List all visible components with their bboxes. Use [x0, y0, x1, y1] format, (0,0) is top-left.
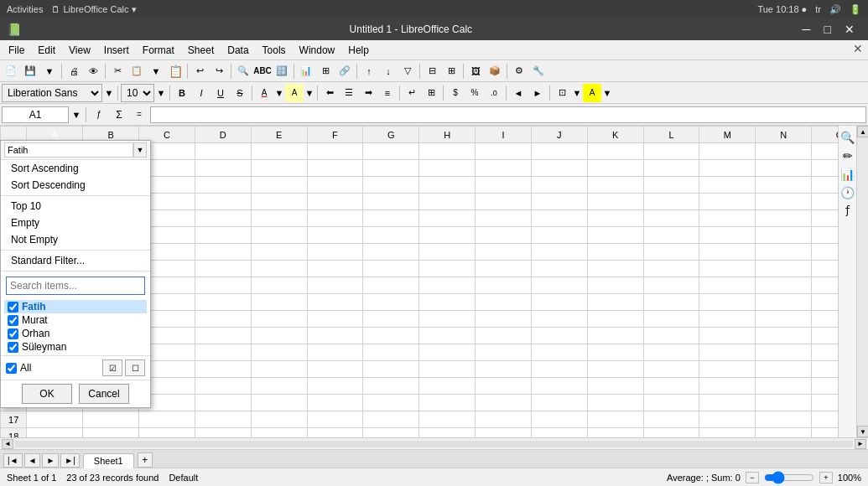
cell-L16[interactable] [643, 395, 699, 411]
side-clock-icon[interactable]: 🕐 [839, 184, 856, 201]
cell-D6[interactable] [195, 227, 251, 244]
indent-dec-btn[interactable]: ◄ [509, 84, 528, 102]
cell-J5[interactable] [531, 210, 587, 227]
add-sheet-btn[interactable]: + [138, 452, 153, 468]
strikethrough-btn[interactable]: S [231, 84, 249, 102]
cell-E16[interactable] [251, 395, 307, 411]
cell-D3[interactable] [195, 177, 251, 194]
cell-L15[interactable] [643, 378, 699, 395]
cell-E3[interactable] [251, 177, 307, 194]
merge-btn[interactable]: ⊞ [422, 84, 440, 102]
cell-D10[interactable] [195, 294, 251, 311]
cell-L7[interactable] [643, 244, 699, 261]
cell-K6[interactable] [587, 227, 643, 244]
cell-E15[interactable] [251, 378, 307, 395]
cell-N8[interactable] [756, 261, 812, 277]
vertical-scrollbar[interactable]: ▲ ▼ [856, 126, 868, 437]
cell-N11[interactable] [756, 311, 812, 328]
cell-I6[interactable] [476, 227, 532, 244]
cell-H1[interactable] [419, 143, 476, 160]
font-color-btn[interactable]: A [255, 84, 273, 102]
align-left-btn[interactable]: ⬅ [320, 84, 339, 102]
cell-D11[interactable] [195, 311, 251, 328]
cell-J16[interactable] [531, 395, 587, 411]
filter-item-orhan[interactable]: Orhan [4, 327, 147, 340]
cell-K5[interactable] [587, 210, 643, 227]
formula-input[interactable]: Fatih [150, 106, 866, 123]
border-btn[interactable]: ⊡ [553, 84, 571, 102]
menu-help[interactable]: Help [341, 41, 376, 59]
cell-K7[interactable] [587, 244, 643, 261]
cell-G8[interactable] [363, 261, 419, 277]
cell-M7[interactable] [699, 244, 756, 261]
col-header-G[interactable]: G [363, 127, 419, 143]
cell-N12[interactable] [756, 328, 812, 344]
cell-K12[interactable] [587, 328, 643, 344]
cell-G16[interactable] [363, 395, 419, 411]
menu-insert[interactable]: Insert [97, 41, 136, 59]
cell-A18[interactable] [27, 428, 83, 438]
cell-D13[interactable] [195, 344, 251, 361]
cell-E11[interactable] [251, 311, 307, 328]
hscroll-left-btn[interactable]: ◄ [2, 439, 13, 449]
cell-M17[interactable] [699, 411, 756, 428]
cell-G12[interactable] [363, 328, 419, 344]
cell-J14[interactable] [531, 361, 587, 378]
cell-F16[interactable] [307, 395, 363, 411]
cell-I12[interactable] [476, 328, 532, 344]
cell-J7[interactable] [531, 244, 587, 261]
cell-F3[interactable] [307, 177, 363, 194]
filter-checkbox-orhan[interactable] [8, 328, 18, 339]
cell-F8[interactable] [307, 261, 363, 277]
cell-I7[interactable] [476, 244, 532, 261]
sort-ascending-item[interactable]: Sort Ascending [1, 160, 150, 177]
cell-D2[interactable] [195, 160, 251, 177]
cell-N10[interactable] [756, 294, 812, 311]
cell-J13[interactable] [531, 344, 587, 361]
cell-J1[interactable] [531, 143, 587, 160]
cell-E7[interactable] [251, 244, 307, 261]
font-size-select[interactable]: 10 [121, 84, 154, 102]
bg-color-dropdown[interactable]: ▼ [602, 84, 612, 102]
save-btn[interactable]: 💾 [21, 62, 39, 80]
cell-I10[interactable] [476, 294, 532, 311]
bold-btn[interactable]: B [173, 84, 191, 102]
cell-F6[interactable] [307, 227, 363, 244]
sheet-first-btn[interactable]: |◄ [3, 453, 23, 468]
cell-D4[interactable] [195, 194, 251, 210]
cell-H4[interactable] [419, 194, 476, 210]
cell-H2[interactable] [419, 160, 476, 177]
cell-F9[interactable] [307, 277, 363, 294]
cell-D5[interactable] [195, 210, 251, 227]
font-name-select[interactable]: Liberation Sans [2, 84, 102, 102]
font-size-dropdown[interactable]: ▼ [155, 84, 167, 102]
menu-format[interactable]: Format [136, 41, 181, 59]
cell-H7[interactable] [419, 244, 476, 261]
undo-btn[interactable]: ↩ [190, 62, 209, 80]
cell-G13[interactable] [363, 344, 419, 361]
cell-N13[interactable] [756, 344, 812, 361]
deselect-all-btn[interactable]: ☐ [125, 359, 145, 376]
cell-I1[interactable] [476, 143, 532, 160]
cell-I13[interactable] [476, 344, 532, 361]
cell-E13[interactable] [251, 344, 307, 361]
cell-M13[interactable] [699, 344, 756, 361]
sheet-prev-btn[interactable]: ◄ [24, 453, 41, 468]
cell-D18[interactable] [195, 428, 251, 438]
cell-C17[interactable] [139, 411, 195, 428]
cell-I18[interactable] [476, 428, 532, 438]
hyperlink-btn[interactable]: 🔗 [335, 62, 354, 80]
cell-D14[interactable] [195, 361, 251, 378]
cell-H16[interactable] [419, 395, 476, 411]
cell-E9[interactable] [251, 277, 307, 294]
autocorrect-btn[interactable]: 🔠 [273, 62, 291, 80]
cell-H9[interactable] [419, 277, 476, 294]
ok-button[interactable]: OK [22, 384, 72, 404]
activities-label[interactable]: Activities [7, 4, 43, 14]
hscroll-track[interactable] [15, 441, 853, 447]
cell-G18[interactable] [363, 428, 419, 438]
cell-I9[interactable] [476, 277, 532, 294]
cell-F13[interactable] [307, 344, 363, 361]
cell-G4[interactable] [363, 194, 419, 210]
empty-item[interactable]: Empty [1, 215, 150, 231]
